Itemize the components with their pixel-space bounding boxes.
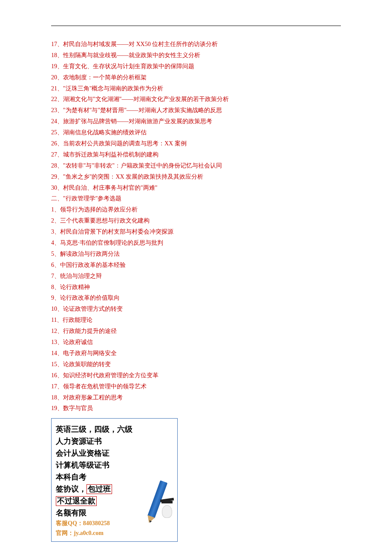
ad-qq-value: 840380258 <box>83 520 110 526</box>
list-item: 18、对政府形象工程的思考 <box>51 392 341 403</box>
list-item: 28、"农转非"与"非转农"：户籍政策变迁中的身份记忆与社会认同 <box>51 160 341 171</box>
list-item: 29、"鱼米之乡"的突围：XX 发展的政策扶持及其效应分析 <box>51 171 341 182</box>
list-item: 14、电子政府与网络安全 <box>51 348 341 359</box>
mascot-icon <box>159 501 176 524</box>
list-item: 16、知识经济时代政府管理的全方位变革 <box>51 370 341 381</box>
list-item: 13、论政府诚信 <box>51 337 341 348</box>
list-item: 15、论政策职能的转变 <box>51 359 341 370</box>
ad-highlight-box: 包过班 <box>86 484 112 494</box>
list-item: 17、领导者在危机管理中的领导艺术 <box>51 381 341 392</box>
ad-text: 会计从业资格证 <box>56 448 173 460</box>
list-item: 12、行政能力提升的途径 <box>51 326 341 337</box>
ad-site-value: jy.a0c0.com <box>74 530 104 536</box>
ad-text-part: 签协议， <box>56 485 86 493</box>
list-item: 27、城市拆迁政策与利益补偿机制的建构 <box>51 149 341 160</box>
header-rule <box>51 26 341 26</box>
list-item: 3、村民自治背景下的村支部与村委会冲突探源 <box>51 226 341 237</box>
graduation-cap-icon <box>161 501 173 503</box>
list-item: 25、湖南信息化战略实施的绩效评估 <box>51 127 341 138</box>
ad-website: 官网：jy.a0c0.com <box>56 529 173 538</box>
list-item: 7、统治与治理之辩 <box>51 271 341 282</box>
ad-qq-label: 客服QQ： <box>56 520 83 526</box>
list-item: 9、论行政改革的价值取向 <box>51 292 341 304</box>
advertisement-box: 英语三级，四级，六级 人力资源证书 会计从业资格证 计算机等级证书 本科自考 签… <box>51 418 178 542</box>
list-item: 6、中国行政改革的基本经验 <box>51 260 341 271</box>
ad-text: 计算机等级证书 <box>56 460 173 471</box>
list-item: 4、马克思·韦伯的官僚制理论的反思与批判 <box>51 237 341 249</box>
list-item: 19、数字与官员 <box>51 403 341 414</box>
list-item: 22、湖湘文化与"文化湖湘"——对湖南文化产业发展的若干政策分析 <box>51 94 341 105</box>
list-item: 30、村民自治、村庄事务与村官的"两难" <box>51 182 341 194</box>
list-item: 18、性别隔离与就业歧视——就业政策中的女性主义分析 <box>51 50 341 61</box>
ad-text: 本科自考 <box>56 471 173 483</box>
list-item: 26、当前农村公共政策问题的调查与思考：XX 案例 <box>51 138 341 149</box>
ad-text: 英语三级，四级，六级 <box>56 424 173 436</box>
ad-site-label: 官网： <box>56 530 74 536</box>
document-page: 17、村民自治与村域发展——对 XX50 位村主任所作的访谈分析 18、性别隔离… <box>0 0 392 555</box>
list-item: 21、"泛珠三角"概念与湖南的政策作为分析 <box>51 83 341 94</box>
ad-text: 人力资源证书 <box>56 436 173 448</box>
list-item: 23、"为楚有材"与"楚材晋用"——对湖南人才政策实施战略的反思 <box>51 105 341 116</box>
list-item: 20、农地制度：一个简单的分析框架 <box>51 72 341 83</box>
list-item: 5、解读政治与行政两分法 <box>51 249 341 260</box>
list-item: 8、论行政精神 <box>51 282 341 293</box>
list-item: 24、旅游扩张与品牌营销——对湖南旅游产业发展的政策思考 <box>51 116 341 127</box>
list-item: 1、领导行为选择的边界效应分析 <box>51 204 341 215</box>
list-item: 2、三个代表重要思想与行政文化建构 <box>51 215 341 226</box>
list-item: 17、村民自治与村域发展——对 XX50 位村主任所作的访谈分析 <box>51 39 341 50</box>
ad-highlight-box: 不过退全款 <box>56 496 97 506</box>
list-item: 10、论证政管理方式的转变 <box>51 304 341 315</box>
section-heading: 二、"行政管理学"参考选题 <box>51 193 341 204</box>
topic-list: 17、村民自治与村域发展——对 XX50 位村主任所作的访谈分析 18、性别隔离… <box>51 39 341 414</box>
list-item: 11、行政能理论 <box>51 315 341 326</box>
list-item: 19、生育文化、生存状况与计划生育政策中的保障问题 <box>51 61 341 72</box>
